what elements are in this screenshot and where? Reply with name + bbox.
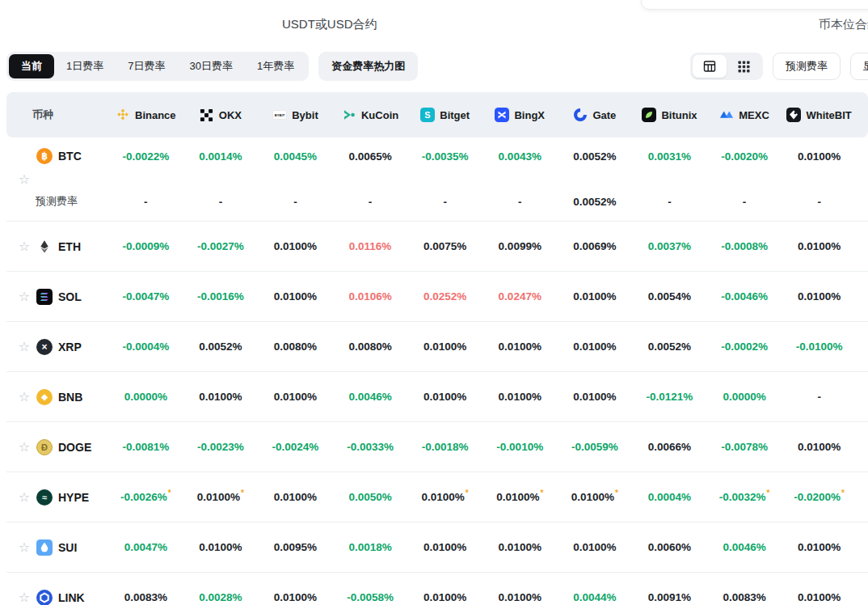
rate-cell: 0.0100%: [407, 591, 482, 603]
coin-cell[interactable]: ☆×XRP: [6, 339, 108, 355]
tab-current[interactable]: 当前: [9, 54, 54, 78]
rate-cell: -0.0059%: [558, 441, 633, 453]
table-view-button[interactable]: [693, 55, 727, 78]
coin-symbol[interactable]: SOL: [58, 290, 82, 303]
rate-cell: 0.0044%: [558, 591, 633, 603]
rate-cell: 0.0052%: [183, 341, 259, 353]
exchange-column-header[interactable]: OKX: [183, 108, 259, 122]
rate-cell: 0.0014%: [183, 150, 259, 163]
favorite-star[interactable]: ☆: [18, 541, 31, 554]
exchange-column-header[interactable]: Bitunix: [632, 108, 707, 122]
table-row[interactable]: ฿BTC-0.0022%0.0014%0.0045%0.0065%-0.0035…: [6, 142, 857, 171]
heatmap-button[interactable]: 资金费率热力图: [318, 52, 418, 81]
table-row[interactable]: ☆SUI0.0047%0.0100%0.0095%0.0018%0.0100%0…: [6, 522, 868, 573]
rate-cell: 0.0052%: [558, 150, 633, 163]
rate-cell: 0.0052%: [632, 341, 707, 353]
funding-rate-table: 币种 BinanceOKXBYBITBybitKuCoinSBitgetBing…: [6, 92, 868, 605]
doge-icon: Ð: [36, 439, 53, 455]
coin-margined-title[interactable]: 币本位合约: [819, 17, 868, 32]
table-row[interactable]: ☆LINK0.0083%0.0028%0.0100%-0.0058%0.0100…: [6, 573, 868, 605]
coin-cell[interactable]: ☆LINK: [6, 590, 108, 605]
favorite-star[interactable]: ☆: [18, 391, 31, 404]
rate-cell: 0.0100%: [558, 391, 633, 403]
exchange-column-header[interactable]: KuCoin: [333, 108, 408, 122]
coin-symbol[interactable]: BNB: [58, 391, 82, 404]
coin-symbol[interactable]: BTC: [58, 150, 82, 163]
exchange-column-header[interactable]: Gate: [558, 108, 633, 122]
favorite-star[interactable]: ☆: [18, 173, 31, 186]
rate-cell: -0.0026%*: [108, 491, 183, 503]
rate-cell: 0.0100%: [258, 591, 333, 603]
table-row[interactable]: ☆SOL-0.0047%-0.0016%0.0100%0.0106%0.0252…: [6, 272, 868, 322]
rate-cell: -0.0023%: [183, 441, 259, 453]
sui-icon: [36, 539, 53, 556]
rate-cell: -: [258, 196, 333, 208]
coin-cell[interactable]: ☆ETH: [6, 239, 108, 255]
coin-cell[interactable]: ☆SUI: [6, 539, 108, 556]
rate-cell: -0.0004%: [108, 341, 183, 353]
coin-cell[interactable]: ฿BTC: [6, 148, 108, 164]
exchange-column-header[interactable]: MEXC: [707, 108, 782, 122]
rate-cell: 0.0100%: [407, 341, 482, 353]
rate-cell: 0.0100%: [258, 491, 333, 503]
favorite-star[interactable]: ☆: [18, 290, 31, 303]
binance-icon: [116, 108, 130, 122]
rate-cell: 0.0043%: [482, 150, 558, 163]
rate-cell: -: [333, 196, 408, 208]
rate-cell: 0.0100%: [782, 591, 857, 603]
whitebit-icon: [786, 108, 801, 122]
favorite-star[interactable]: ☆: [18, 441, 31, 454]
rate-cell: 0.0065%: [333, 150, 408, 163]
table-row[interactable]: ☆≈HYPE-0.0026%*0.0100%*0.0100%0.0050%0.0…: [6, 472, 868, 522]
table-row[interactable]: ☆ÐDOGE-0.0081%-0.0023%-0.0024%-0.0033%-0…: [6, 422, 868, 472]
rate-cell: 0.0054%: [632, 290, 707, 302]
usdt-contract-title[interactable]: USDT或USD合约: [282, 17, 377, 32]
coin-symbol[interactable]: XRP: [58, 341, 82, 353]
exchange-column-header[interactable]: BingX: [482, 108, 558, 122]
coin-cell[interactable]: ☆ÐDOGE: [6, 439, 108, 455]
tab-1d[interactable]: 1日费率: [54, 54, 116, 78]
rate-cell: 0.0100%: [258, 290, 333, 302]
coin-symbol[interactable]: LINK: [58, 591, 85, 604]
bingx-icon: [495, 108, 509, 122]
coin-symbol[interactable]: DOGE: [58, 441, 91, 454]
favorite-star[interactable]: ☆: [18, 491, 31, 504]
favorite-star[interactable]: ☆: [18, 591, 31, 604]
tab-30d[interactable]: 30日费率: [177, 54, 244, 78]
tab-1y[interactable]: 1年费率: [245, 54, 306, 78]
predicted-rate-button[interactable]: 预测费率: [773, 53, 841, 80]
rate-cell: 0.0080%: [258, 341, 333, 353]
rate-cell: 0.0099%: [482, 240, 558, 252]
favorite-star[interactable]: ☆: [18, 341, 31, 353]
display-settings-button[interactable]: 显: [850, 53, 868, 80]
coin-cell[interactable]: ☆SOL: [6, 289, 108, 305]
exchange-column-header[interactable]: Binance: [108, 108, 183, 122]
tab-7d[interactable]: 7日费率: [116, 54, 177, 78]
rate-cell: 0.0050%: [333, 491, 408, 503]
coin-symbol[interactable]: HYPE: [58, 491, 89, 504]
kucoin-icon: [342, 108, 356, 122]
rate-asterisk: *: [841, 489, 845, 497]
rate-cell: 0.0080%: [333, 341, 408, 353]
grid-view-button[interactable]: [727, 55, 761, 78]
table-row[interactable]: ☆ETH-0.0009%-0.0027%0.0100%0.0116%0.0075…: [6, 222, 868, 272]
exchange-column-header[interactable]: BYBITBybit: [258, 108, 333, 122]
rate-cell: 0.0045%: [258, 150, 333, 163]
coin-symbol[interactable]: SUI: [58, 541, 77, 554]
coin-cell[interactable]: ☆◆BNB: [6, 389, 108, 405]
table-row[interactable]: ☆×XRP-0.0004%0.0052%0.0080%0.0080%0.0100…: [6, 322, 868, 372]
exchange-column-header[interactable]: WhiteBIT: [782, 108, 857, 122]
bitget-icon: S: [420, 108, 435, 122]
rate-cell: 0.0031%: [632, 150, 707, 163]
predicted-rate-row: 预测费率------0.0052%---: [6, 188, 857, 214]
favorite-star-line: ☆: [6, 171, 857, 188]
rate-cell: 0.0100%*: [558, 491, 633, 503]
exchange-column-header[interactable]: SBitget: [407, 108, 482, 122]
favorite-star[interactable]: ☆: [18, 240, 31, 253]
rate-cell: 0.0095%: [258, 541, 333, 553]
coin-cell[interactable]: ☆≈HYPE: [6, 489, 108, 506]
table-row[interactable]: ☆◆BNB0.0000%0.0100%0.0100%0.0046%0.0100%…: [6, 372, 868, 422]
bybit-icon: BYBIT: [272, 108, 287, 122]
coin-symbol[interactable]: ETH: [58, 240, 81, 253]
rate-cell: -0.0027%: [183, 240, 259, 252]
